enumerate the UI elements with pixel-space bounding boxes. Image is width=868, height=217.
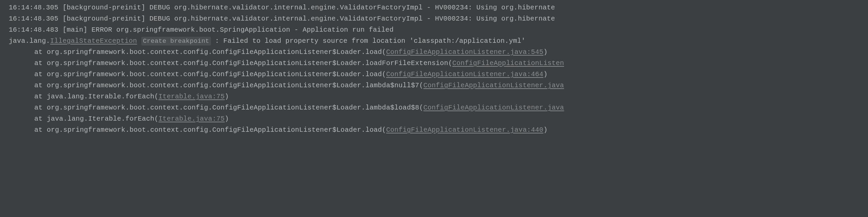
- stacktrace-line: at org.springframework.boot.context.conf…: [9, 69, 868, 80]
- exception-prefix: java.lang.: [9, 37, 50, 45]
- stack-prefix: at org.springframework.boot.context.conf…: [34, 71, 386, 78]
- log-text: 16:14:48.305 [background-preinit] DEBUG …: [9, 4, 555, 11]
- stack-suffix: ): [543, 71, 547, 78]
- source-link[interactable]: ConfigFileApplicationListener.java:464: [386, 71, 543, 78]
- exception-message: : Failed to load property source from lo…: [211, 37, 526, 45]
- stacktrace-line: at java.lang.Iterable.forEach(Iterable.j…: [9, 91, 868, 102]
- source-link[interactable]: Iterable.java:75: [158, 115, 225, 123]
- stacktrace-line: at java.lang.Iterable.forEach(Iterable.j…: [9, 113, 868, 124]
- stacktrace-line: at org.springframework.boot.context.conf…: [9, 58, 868, 69]
- log-text: 16:14:48.305 [background-preinit] DEBUG …: [9, 15, 555, 23]
- stack-prefix: at org.springframework.boot.context.conf…: [34, 126, 386, 134]
- exception-class-link[interactable]: IllegalStateException: [50, 37, 137, 45]
- source-link[interactable]: ConfigFileApplicationListen: [453, 59, 564, 67]
- stack-suffix: ): [225, 93, 229, 101]
- stacktrace-line: at org.springframework.boot.context.conf…: [9, 47, 868, 58]
- stacktrace-line: at org.springframework.boot.context.conf…: [9, 102, 868, 113]
- source-link[interactable]: ConfigFileApplicationListener.java: [423, 82, 564, 89]
- console-output[interactable]: 16:14:48.305 [background-preinit] DEBUG …: [9, 2, 868, 135]
- stack-prefix: at java.lang.Iterable.forEach(: [34, 93, 158, 101]
- stacktrace-line: at org.springframework.boot.context.conf…: [9, 124, 868, 135]
- log-line-debug: 16:14:48.305 [background-preinit] DEBUG …: [9, 13, 868, 24]
- stack-suffix: ): [225, 115, 229, 123]
- stack-suffix: ): [543, 126, 547, 134]
- source-link[interactable]: Iterable.java:75: [158, 93, 225, 101]
- source-link[interactable]: ConfigFileApplicationListener.java: [423, 104, 564, 111]
- stack-prefix: at org.springframework.boot.context.conf…: [34, 82, 423, 89]
- stack-prefix: at org.springframework.boot.context.conf…: [34, 48, 386, 56]
- stack-suffix: ): [543, 48, 547, 56]
- log-line-debug: 16:14:48.305 [background-preinit] DEBUG …: [9, 2, 868, 13]
- stack-prefix: at org.springframework.boot.context.conf…: [34, 59, 453, 67]
- stack-prefix: at java.lang.Iterable.forEach(: [34, 115, 158, 123]
- stacktrace-line: at org.springframework.boot.context.conf…: [9, 80, 868, 91]
- source-link[interactable]: ConfigFileApplicationListener.java:545: [386, 48, 543, 56]
- exception-line: java.lang.IllegalStateException Create b…: [9, 35, 868, 47]
- source-link[interactable]: ConfigFileApplicationListener.java:440: [386, 126, 543, 134]
- create-breakpoint-button[interactable]: Create breakpoint: [141, 37, 211, 46]
- stack-prefix: at org.springframework.boot.context.conf…: [34, 104, 423, 111]
- log-line-error: 16:14:48.483 [main] ERROR org.springfram…: [9, 24, 868, 35]
- log-text: 16:14:48.483 [main] ERROR org.springfram…: [9, 26, 394, 34]
